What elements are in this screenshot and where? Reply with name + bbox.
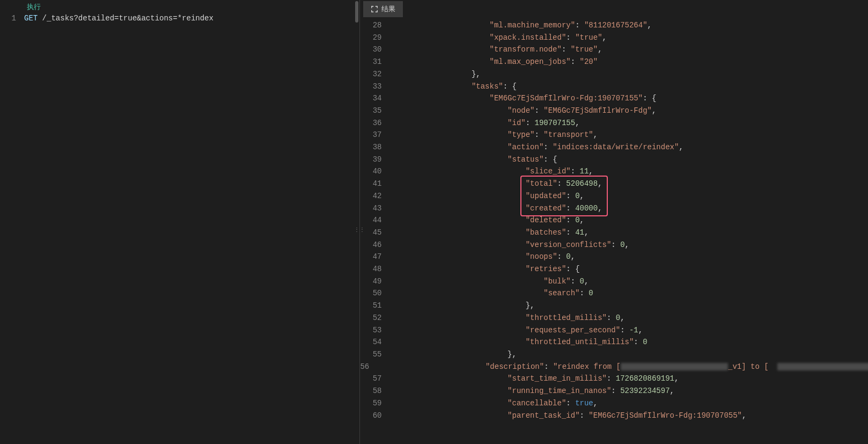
result-line-number: 44 xyxy=(360,214,389,227)
request-code[interactable]: GET /_tasks?detailed=true&actions=*reind… xyxy=(24,14,359,23)
result-line-number: 37 xyxy=(360,129,389,141)
line-number: 1 xyxy=(0,14,24,23)
result-line: 44 "deleted": 0, xyxy=(360,214,868,227)
result-line: 45 "batches": 41, xyxy=(360,227,868,239)
result-line-number: 59 xyxy=(360,397,389,410)
result-line-number: 46 xyxy=(360,239,389,251)
result-line-number: 47 xyxy=(360,251,389,263)
result-line-content: "batches": 41, xyxy=(399,227,589,239)
http-method: GET xyxy=(24,14,38,23)
result-line-number: 51 xyxy=(360,300,389,312)
result-line-number: 28 xyxy=(360,19,389,32)
result-line: 32 }, xyxy=(360,68,868,81)
result-line-number: 60 xyxy=(360,410,389,422)
result-line-content: "type": "transport", xyxy=(399,129,598,141)
result-line-content: "EM6Gc7EjSdmfIlrWro-Fdg:190707155": { xyxy=(399,92,656,105)
result-line: 52 "throttled_millis": 0, xyxy=(360,312,868,324)
result-line: 38 "action": "indices:data/write/reindex… xyxy=(360,141,868,154)
result-line-content: "id": 190707155, xyxy=(399,117,579,129)
result-line-content: "search": 0 xyxy=(399,287,593,300)
result-line: 37 "type": "transport", xyxy=(360,129,868,141)
result-pane: 结果 28 "ml.machine_memory": "811201675264… xyxy=(360,0,868,444)
result-line-content: "status": { xyxy=(399,154,557,166)
result-line: 30 "transform.node": "true", xyxy=(360,43,868,56)
result-line: 41 "total": 5206498, xyxy=(360,178,868,190)
result-line-number: 53 xyxy=(360,324,389,337)
redacted-text xyxy=(621,363,728,370)
result-line-content: "node": "EM6Gc7EjSdmfIlrWro-Fdg", xyxy=(399,105,656,117)
result-line: 58 "running_time_in_nanos": 52392234597, xyxy=(360,385,868,397)
result-line: 34 "EM6Gc7EjSdmfIlrWro-Fdg:190707155": { xyxy=(360,92,868,105)
result-line-content: "parent_task_id": "EM6Gc7EjSdmfIlrWro-Fd… xyxy=(399,410,746,422)
result-line-number: 35 xyxy=(360,105,389,117)
result-line: 36 "id": 190707155, xyxy=(360,117,868,129)
result-line-number: 49 xyxy=(360,275,389,288)
result-line: 31 "ml.max_open_jobs": "20" xyxy=(360,56,868,68)
result-line-number: 50 xyxy=(360,287,389,300)
result-line: 35 "node": "EM6Gc7EjSdmfIlrWro-Fdg", xyxy=(360,105,868,117)
result-line-content: }, xyxy=(399,68,480,81)
result-line: 49 "bulk": 0, xyxy=(360,275,868,288)
result-line-content: "ml.machine_memory": "811201675264", xyxy=(399,19,652,32)
result-line-content: }, xyxy=(399,348,516,361)
result-line: 33 "tasks": { xyxy=(360,81,868,93)
result-line-number: 54 xyxy=(360,336,389,348)
execute-link[interactable]: 执行 xyxy=(0,0,359,14)
result-line-content: "action": "indices:data/write/reindex", xyxy=(399,141,683,154)
result-line-number: 58 xyxy=(360,385,389,397)
result-line-content: "running_time_in_nanos": 52392234597, xyxy=(399,385,674,397)
result-line-content: "created": 40000, xyxy=(399,202,602,215)
result-line: 47 "noops": 0, xyxy=(360,251,868,263)
result-line-number: 42 xyxy=(360,190,389,202)
result-line: 48 "retries": { xyxy=(360,263,868,275)
result-line: 42 "updated": 0, xyxy=(360,190,868,202)
result-line-content: "bulk": 0, xyxy=(399,275,589,288)
result-line-content: "deleted": 0, xyxy=(399,214,584,227)
result-line: 53 "requests_per_second": -1, xyxy=(360,324,868,337)
result-line-number: 36 xyxy=(360,117,389,129)
result-line-content: "xpack.installed": "true", xyxy=(399,32,607,44)
result-line: 29 "xpack.installed": "true", xyxy=(360,32,868,44)
result-line-content: "requests_per_second": -1, xyxy=(399,324,643,337)
result-line-content: "ml.max_open_jobs": "20" xyxy=(399,56,598,68)
result-line-content: "noops": 0, xyxy=(399,251,575,263)
result-line-number: 41 xyxy=(360,178,389,190)
result-line-number: 29 xyxy=(360,32,389,44)
request-editor-pane: 执行 1 GET /_tasks?detailed=true&actions=*… xyxy=(0,0,360,444)
result-line: 40 "slice_id": 11, xyxy=(360,165,868,178)
result-line-content: }, xyxy=(399,300,534,312)
scrollbar-thumb[interactable] xyxy=(355,1,358,23)
result-line: 46 "version_conflicts": 0, xyxy=(360,239,868,251)
result-tab[interactable]: 结果 xyxy=(363,1,403,17)
result-line: 51 }, xyxy=(360,300,868,312)
result-line: 54 "throttled_until_millis": 0 xyxy=(360,336,868,348)
request-path-rest: detailed=true&actions=*reindex xyxy=(78,14,214,23)
result-line-number: 55 xyxy=(360,348,389,361)
editor-line[interactable]: 1 GET /_tasks?detailed=true&actions=*rei… xyxy=(0,14,359,23)
result-line-number: 57 xyxy=(360,373,389,385)
result-line-content: "throttled_until_millis": 0 xyxy=(399,336,647,348)
result-line: 50 "search": 0 xyxy=(360,287,868,300)
request-path-prefix: /_tasks? xyxy=(38,14,78,23)
result-line-number: 32 xyxy=(360,68,389,81)
result-line-content: "start_time_in_millis": 1726820869191, xyxy=(399,373,679,385)
expand-icon xyxy=(371,5,378,13)
result-line: 55 }, xyxy=(360,348,868,361)
result-line-number: 39 xyxy=(360,154,389,166)
result-line-number: 30 xyxy=(360,43,389,56)
result-line-number: 38 xyxy=(360,141,389,154)
result-line-number: 52 xyxy=(360,312,389,324)
result-line-number: 45 xyxy=(360,227,389,239)
result-line-content: "transform.node": "true", xyxy=(399,43,602,56)
result-body[interactable]: 28 "ml.machine_memory": "811201675264",2… xyxy=(360,17,868,444)
result-tab-label: 结果 xyxy=(381,4,395,14)
result-line-number: 40 xyxy=(360,165,389,178)
result-line: 43 "created": 40000, xyxy=(360,202,868,215)
result-line-number: 33 xyxy=(360,81,389,93)
result-line-number: 48 xyxy=(360,263,389,275)
result-line-content: "slice_id": 11, xyxy=(399,165,593,178)
result-line-number: 31 xyxy=(360,56,389,68)
result-line-number: 56 xyxy=(360,361,377,373)
result-line: 28 "ml.machine_memory": "811201675264", xyxy=(360,19,868,32)
result-line-content: "description": "reindex from [_v1] to [ xyxy=(377,361,868,373)
